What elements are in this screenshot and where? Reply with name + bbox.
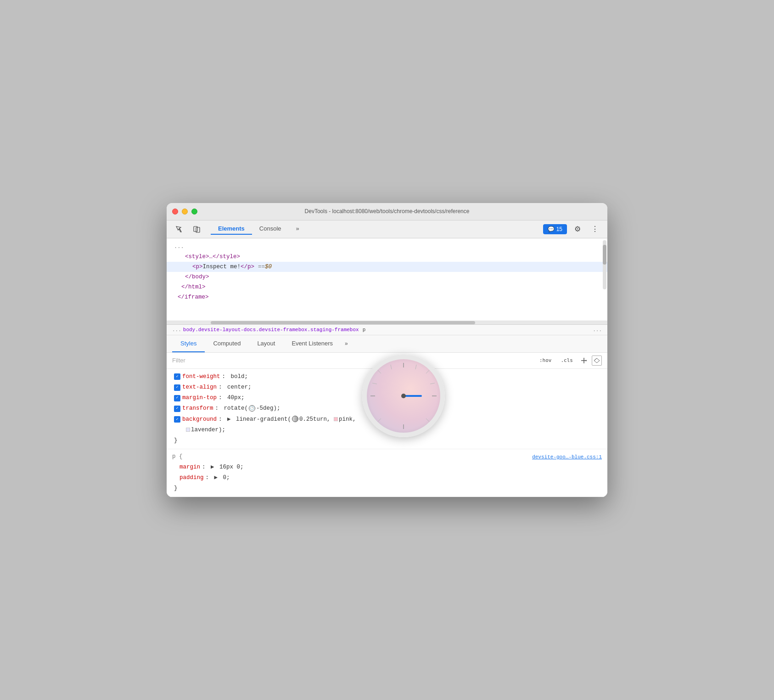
cls-button[interactable]: .cls: [558, 356, 577, 365]
css-close-brace-2: }: [172, 483, 602, 494]
breadcrumb-bar: ... body.devsite-layout-docs.devsite-fra…: [167, 325, 607, 335]
selector-p[interactable]: p {: [172, 452, 183, 462]
main-tabs: Elements Console »: [211, 223, 307, 235]
hov-button[interactable]: :hov: [536, 356, 555, 365]
horizontal-scrollbar[interactable]: [167, 321, 607, 325]
plus-icon: [580, 357, 588, 364]
prop-font-weight[interactable]: font-weight: [182, 372, 220, 382]
breadcrumb-ellipsis[interactable]: ...: [172, 327, 181, 333]
color-swatch-pink[interactable]: [334, 417, 338, 421]
svg-line-17: [372, 383, 377, 384]
html-line-1: ...: [167, 242, 607, 252]
val-margin[interactable]: 16px 0;: [216, 463, 244, 472]
tab-computed[interactable]: Computed: [205, 335, 249, 352]
val-text-align[interactable]: center;: [227, 383, 252, 392]
dollar-sign: ==: [258, 262, 265, 271]
expand-background[interactable]: ▶: [227, 415, 231, 424]
maximize-button[interactable]: [191, 209, 197, 215]
html-line-html[interactable]: </html>: [167, 282, 607, 292]
checkbox-text-align[interactable]: [174, 384, 180, 391]
color-swatch-lavender[interactable]: [186, 428, 190, 432]
breadcrumb-current[interactable]: p: [363, 327, 366, 333]
tabs-more[interactable]: »: [341, 336, 352, 351]
breadcrumb-more[interactable]: ...: [593, 327, 602, 333]
tab-more[interactable]: »: [289, 223, 307, 235]
svg-line-14: [426, 418, 429, 422]
filter-input[interactable]: [172, 357, 533, 364]
p-close-tag: </p>: [241, 262, 254, 271]
prop-padding[interactable]: padding: [179, 473, 204, 483]
window-title: DevTools - localhost:8080/web/tools/chro…: [305, 208, 470, 215]
add-style-button[interactable]: [579, 356, 589, 366]
style-tag: <style>…</style>: [185, 252, 240, 261]
vertical-scrollbar[interactable]: [603, 240, 606, 289]
breadcrumb-path[interactable]: body.devsite-layout-docs.devsite-framebo…: [183, 327, 359, 333]
dots-icon: ⋮: [591, 225, 599, 233]
tab-layout[interactable]: Layout: [249, 335, 283, 352]
prop-background[interactable]: background: [182, 415, 217, 424]
inspect-button[interactable]: [172, 223, 186, 235]
iframe-close-tag: </iframe>: [178, 293, 209, 302]
box-model-button[interactable]: [592, 356, 602, 366]
h-scrollbar-thumb: [211, 321, 475, 324]
val-transform[interactable]: rotate(🕐-5deg);: [224, 404, 280, 413]
html-line-body[interactable]: </body>: [167, 272, 607, 282]
tab-elements[interactable]: Elements: [211, 223, 252, 235]
val-background[interactable]: linear-gradient(0.25turn, pink,: [233, 415, 356, 424]
clock-icon[interactable]: 🕐: [249, 405, 255, 412]
checkbox-background[interactable]: [174, 416, 180, 423]
colon-7: :: [206, 473, 213, 483]
source-link[interactable]: devsite-goo…-blue.css:1: [532, 453, 602, 462]
svg-line-18: [430, 383, 435, 384]
expand-padding[interactable]: ▶: [214, 473, 218, 483]
tab-console[interactable]: Console: [252, 223, 289, 235]
close-brace-2: }: [174, 484, 178, 493]
tab-event-listeners[interactable]: Event Listeners: [283, 335, 341, 352]
minimize-button[interactable]: [182, 209, 188, 215]
prop-margin[interactable]: margin: [179, 463, 200, 472]
html-line-style[interactable]: <style>…</style>: [167, 252, 607, 262]
colon-1: :: [222, 372, 229, 382]
html-line-p[interactable]: <p> Inspect me! </p> == $0: [167, 262, 607, 272]
styles-panel: :hov .cls: [167, 353, 607, 497]
html-panel: ... <style>…</style> <p> Inspect me! </p…: [167, 238, 607, 321]
prop-margin-top[interactable]: margin-top: [182, 393, 217, 403]
gradient-icon[interactable]: [292, 416, 298, 422]
prop-transform[interactable]: transform: [182, 404, 213, 413]
menu-button[interactable]: ⋮: [588, 223, 602, 235]
expand-margin[interactable]: ▶: [211, 463, 214, 472]
rule2-header: p { devsite-goo…-blue.css:1: [172, 452, 602, 462]
svg-line-11: [378, 370, 381, 373]
messages-badge[interactable]: 💬 15: [543, 224, 567, 234]
message-icon: 💬: [548, 226, 555, 232]
val-margin-top[interactable]: 40px;: [227, 393, 245, 403]
svg-marker-5: [594, 358, 600, 363]
html-line-iframe[interactable]: </iframe>: [167, 292, 607, 302]
inspect-icon: [175, 226, 183, 233]
prop-text-align[interactable]: text-align: [182, 383, 217, 392]
css-prop-margin: margin : ▶ 16px 0;: [172, 462, 602, 473]
css-prop-padding: padding : ▶ 0;: [172, 473, 602, 483]
colon-3: :: [219, 393, 225, 403]
val-padding[interactable]: 0;: [219, 473, 230, 483]
checkbox-margin-top[interactable]: [174, 395, 180, 401]
svg-line-16: [415, 365, 416, 369]
ellipsis: ...: [174, 243, 184, 251]
checkbox-transform[interactable]: [174, 406, 180, 412]
title-bar: DevTools - localhost:8080/web/tools/chro…: [167, 203, 607, 220]
toolbar: Elements Console » 💬 15 ⚙ ⋮: [167, 220, 607, 238]
device-button[interactable]: [190, 223, 203, 235]
tab-styles[interactable]: Styles: [172, 335, 205, 352]
svg-line-6: [594, 358, 597, 361]
val-font-weight[interactable]: bold;: [231, 372, 248, 382]
clock-overlay: [362, 355, 445, 437]
filter-actions: :hov .cls: [536, 356, 602, 366]
checkbox-font-weight[interactable]: [174, 373, 180, 380]
close-brace-1: }: [174, 436, 178, 446]
p-open-tag: <p>: [192, 262, 203, 271]
box-model-icon: [594, 358, 600, 363]
settings-button[interactable]: ⚙: [571, 223, 584, 235]
html-close-tag: </html>: [181, 282, 206, 292]
close-button[interactable]: [172, 209, 178, 215]
val-lavender[interactable]: lavender);: [186, 425, 225, 435]
